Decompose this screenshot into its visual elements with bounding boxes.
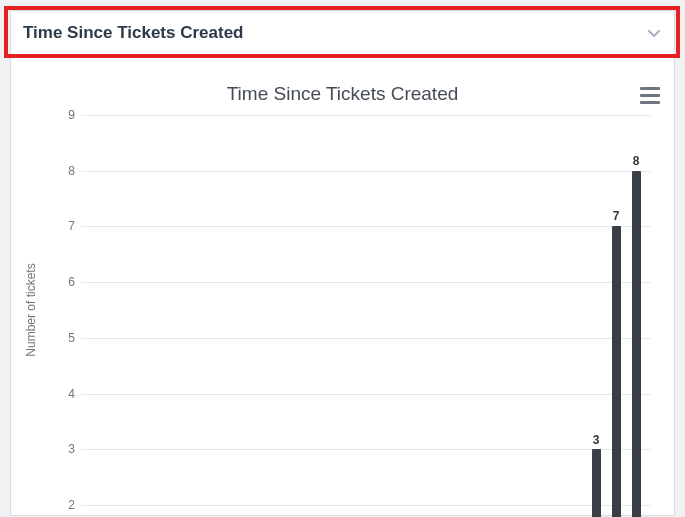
chart-bar bbox=[612, 226, 621, 517]
gridline bbox=[81, 226, 651, 227]
gridline bbox=[81, 171, 651, 172]
ytick: 6 bbox=[59, 275, 75, 289]
chart-bar bbox=[632, 171, 641, 517]
gridline bbox=[81, 394, 651, 395]
ytick: 2 bbox=[59, 498, 75, 512]
ytick: 4 bbox=[59, 387, 75, 401]
widget-panel: Time Since Tickets Created Time Since Ti… bbox=[10, 10, 675, 516]
gridline bbox=[81, 449, 651, 450]
ytick: 5 bbox=[59, 331, 75, 345]
ytick: 3 bbox=[59, 442, 75, 456]
gridline bbox=[81, 338, 651, 339]
ytick: 7 bbox=[59, 219, 75, 233]
gridline bbox=[81, 282, 651, 283]
ytick: 9 bbox=[59, 108, 75, 122]
bar-value-label: 3 bbox=[586, 433, 606, 447]
plot-inner: 9 8 7 6 5 4 3 2 bbox=[81, 115, 651, 505]
chart-menu-icon[interactable] bbox=[640, 85, 664, 105]
chevron-down-icon[interactable] bbox=[646, 25, 662, 41]
panel-header[interactable]: Time Since Tickets Created bbox=[11, 11, 674, 55]
page-root: Time Since Tickets Created Time Since Ti… bbox=[0, 0, 685, 517]
panel-header-title: Time Since Tickets Created bbox=[23, 23, 243, 43]
gridline bbox=[81, 115, 651, 116]
bar-value-label: 7 bbox=[606, 209, 626, 223]
chart-title: Time Since Tickets Created bbox=[11, 83, 674, 105]
chart-bar bbox=[592, 449, 601, 517]
gridline bbox=[81, 505, 651, 506]
ytick: 8 bbox=[59, 164, 75, 178]
y-axis-label: Number of tickets bbox=[24, 263, 38, 356]
bar-value-label: 8 bbox=[626, 154, 646, 168]
plot-region: Number of tickets 9 8 7 6 5 4 bbox=[56, 115, 659, 505]
chart-area: Time Since Tickets Created Number of tic… bbox=[11, 55, 674, 515]
